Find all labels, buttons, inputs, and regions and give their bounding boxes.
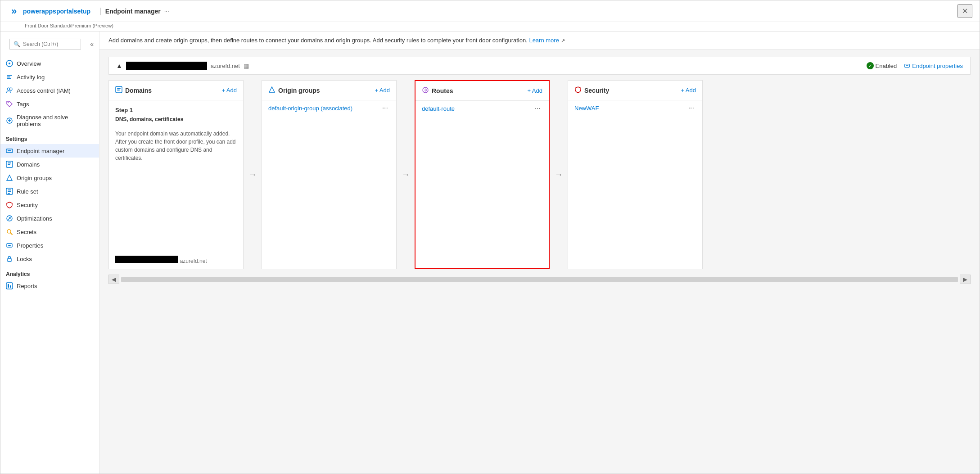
sidebar-item-label: Rule set xyxy=(17,188,38,195)
sidebar-item-endpoint-manager[interactable]: Endpoint manager xyxy=(0,144,99,158)
origin-group-item-name[interactable]: default-origin-group (associated) xyxy=(268,105,380,112)
close-button[interactable]: ✕ xyxy=(957,4,972,18)
external-link-icon: ↗ xyxy=(561,38,565,43)
arrow-connector-1: → xyxy=(244,170,262,180)
sidebar-item-label: Origin groups xyxy=(17,175,52,181)
scroll-track[interactable] xyxy=(121,277,958,282)
optimizations-icon xyxy=(6,215,13,222)
step-desc: Your endpoint domain was automatically a… xyxy=(115,130,237,162)
collapse-button[interactable]: « xyxy=(88,41,95,48)
security-icon xyxy=(6,201,13,208)
routes-panel-header: Routes + Add xyxy=(415,81,549,101)
sidebar-item-locks[interactable]: Locks xyxy=(0,252,99,266)
main-content: Add domains and create origin groups, th… xyxy=(99,32,980,474)
waf-item: NewWAF ··· xyxy=(568,100,702,116)
origin-group-item-more[interactable]: ··· xyxy=(380,104,390,112)
sidebar-item-diagnose[interactable]: Diagnose and solve problems xyxy=(0,111,99,131)
sidebar-item-reports[interactable]: Reports xyxy=(0,279,99,293)
analytics-section-label: Analytics xyxy=(0,266,99,279)
app-logo: » powerappsportalsetup xyxy=(8,5,90,18)
svg-rect-10 xyxy=(8,150,11,151)
app-header: » powerappsportalsetup | Endpoint manage… xyxy=(0,0,980,22)
sidebar-item-label: Overview xyxy=(17,60,41,67)
overview-icon xyxy=(6,60,13,67)
access-control-icon xyxy=(6,87,13,94)
endpoint-expand-button[interactable]: ▲ xyxy=(116,62,122,69)
reports-icon xyxy=(6,282,13,289)
secrets-icon xyxy=(6,228,13,235)
settings-section-label: Settings xyxy=(0,131,99,144)
origin-groups-panel-header: Origin groups + Add xyxy=(262,81,396,100)
sidebar-item-domains[interactable]: Domains xyxy=(0,158,99,171)
sidebar-item-security[interactable]: Security xyxy=(0,198,99,212)
svg-rect-25 xyxy=(8,284,9,288)
sidebar-item-label: Secrets xyxy=(17,229,36,235)
routes-panel-icon xyxy=(422,86,429,95)
sidebar-item-label: Domains xyxy=(17,161,40,168)
sidebar-item-label: Reports xyxy=(17,283,37,289)
copy-icon[interactable]: ▦ xyxy=(244,63,249,69)
endpoint-header-right: ✓ Enabled Endpoint properties xyxy=(867,62,963,69)
origin-groups-panel: Origin groups + Add default-origin-group… xyxy=(262,80,397,269)
logo-icon: » xyxy=(8,5,20,18)
route-item-more[interactable]: ··· xyxy=(533,104,542,113)
domains-add-button[interactable]: + Add xyxy=(221,87,237,94)
sidebar-item-properties[interactable]: Properties xyxy=(0,239,99,252)
svg-rect-23 xyxy=(8,258,11,262)
security-panel-title: Security xyxy=(574,86,681,95)
origin-groups-panel-title: Origin groups xyxy=(268,86,375,95)
sidebar-item-access-control[interactable]: Access control (IAM) xyxy=(0,84,99,97)
route-item-name[interactable]: default-route xyxy=(422,105,533,112)
sidebar-item-optimizations[interactable]: Optimizations xyxy=(0,212,99,225)
routes-panel-title: Routes xyxy=(422,86,527,95)
sidebar-item-secrets[interactable]: Secrets xyxy=(0,225,99,239)
sidebar-item-activity-log[interactable]: Activity log xyxy=(0,70,99,84)
sidebar-item-rule-set[interactable]: Rule set xyxy=(0,185,99,198)
scroll-left-button[interactable]: ◀ xyxy=(108,275,119,284)
routes-add-button[interactable]: + Add xyxy=(527,87,542,94)
domains-panel-body: Step 1 DNS, domains, certificates Your e… xyxy=(109,100,243,251)
origin-groups-add-button[interactable]: + Add xyxy=(375,87,390,94)
sub-header: Front Door Standard/Premium (Preview) xyxy=(0,22,980,32)
main-layout: 🔍 « Overview Activity log xyxy=(0,32,980,474)
svg-rect-24 xyxy=(6,283,13,289)
sidebar-item-label: Endpoint manager xyxy=(17,148,64,154)
more-options-button[interactable]: ··· xyxy=(164,8,169,14)
svg-marker-32 xyxy=(269,87,275,92)
waf-item-more[interactable]: ··· xyxy=(686,104,696,112)
endpoint-domain: azurefd.net xyxy=(211,63,240,69)
scrollbar-area: ◀ ▶ xyxy=(108,273,971,286)
endpoint-header-left: ▲ azurefd.net ▦ xyxy=(116,62,867,70)
app-title: Endpoint manager xyxy=(105,8,161,15)
app-name: powerappsportalsetup xyxy=(23,8,90,15)
learn-more-link[interactable]: Learn more xyxy=(529,37,559,44)
search-box[interactable]: 🔍 xyxy=(9,39,81,50)
svg-rect-12 xyxy=(8,163,11,163)
footer-name-redacted xyxy=(115,256,178,263)
svg-rect-4 xyxy=(7,78,11,79)
domains-panel-title: Domains xyxy=(115,86,221,95)
activity-log-icon xyxy=(6,73,13,81)
info-bar: Add domains and create origin groups, th… xyxy=(99,32,980,50)
svg-rect-28 xyxy=(906,65,908,66)
sidebar-item-label: Optimizations xyxy=(17,215,52,222)
tags-icon xyxy=(6,100,13,108)
security-panel-icon xyxy=(574,86,582,95)
security-panel-header: Security + Add xyxy=(568,81,702,100)
sidebar-item-label: Security xyxy=(17,202,38,208)
svg-rect-22 xyxy=(8,245,11,246)
sidebar-item-origin-groups[interactable]: Origin groups xyxy=(0,171,99,185)
security-add-button[interactable]: + Add xyxy=(681,87,696,94)
routes-panel: Routes + Add default-route ··· xyxy=(415,80,550,269)
scroll-right-button[interactable]: ▶ xyxy=(960,275,971,284)
svg-marker-14 xyxy=(7,175,12,181)
svg-rect-2 xyxy=(7,75,12,76)
arrow-connector-3: → xyxy=(550,170,568,180)
arrow-connector-2: → xyxy=(397,170,415,180)
sidebar-item-overview[interactable]: Overview xyxy=(0,57,99,70)
waf-item-name[interactable]: NewWAF xyxy=(574,105,686,112)
sidebar-item-tags[interactable]: Tags xyxy=(0,97,99,111)
search-input[interactable] xyxy=(23,41,77,47)
endpoint-properties-button[interactable]: Endpoint properties xyxy=(904,63,963,69)
diagnose-icon xyxy=(6,117,13,124)
